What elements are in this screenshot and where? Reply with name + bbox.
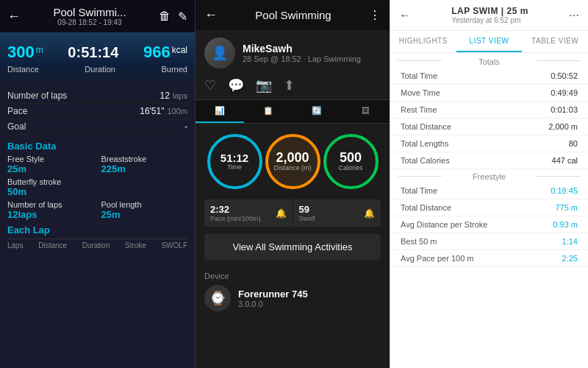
time-label: Time: [227, 163, 242, 171]
basic-item: [101, 177, 188, 197]
detail-row: Number of laps 12laps: [7, 88, 187, 104]
rest-time-row: Rest Time 0:01:03: [390, 102, 588, 118]
distance-sublabel: Distance (m): [273, 164, 311, 172]
user-subtitle: 28 Sep @ 18:52 · Lap Swimming: [243, 54, 361, 63]
detail-row: Goal -: [7, 119, 187, 135]
detail-row: Pace 16'51"100m: [7, 104, 187, 119]
freestyle-total-distance-label: Total Distance: [401, 203, 451, 212]
more-icon[interactable]: ⋯: [569, 10, 579, 21]
panel3-title: LAP SWIM | 25 m: [451, 6, 528, 16]
each-lap-section: Each Lap Laps Distance Duration Stroke S…: [0, 220, 195, 251]
share-icon[interactable]: ⬆: [284, 77, 295, 93]
total-time-row: Total Time 0:50:52: [390, 68, 588, 85]
device-version: 3.0.0.0: [238, 300, 308, 308]
freestyle-avg-distance-label: Avg Distance per Stroke: [401, 220, 487, 229]
freestyle-header: Freestyle: [390, 169, 588, 183]
tab-refresh[interactable]: 🔄: [293, 100, 341, 123]
swolf-value: 59: [299, 204, 315, 215]
move-time-row: Move Time 0:49:49: [390, 85, 588, 102]
total-calories-value: 447 cal: [552, 156, 578, 165]
delete-icon[interactable]: 🗑: [159, 10, 171, 24]
calories-label: Burned: [162, 65, 187, 74]
freestyle-avg-distance-row: Avg Distance per Stroke 0.93 m: [390, 216, 588, 233]
back-icon[interactable]: ←: [399, 9, 411, 22]
distance-circle: 2,000 Distance (m): [265, 134, 320, 189]
panel-pool-swimming-detail: ← Pool Swimmi... 09-28 18:52 - 19:43 🗑 ✎…: [0, 0, 195, 368]
comment-icon[interactable]: 💬: [228, 77, 244, 93]
col-stroke: Stroke: [125, 241, 146, 250]
metrics-circles: 51:12 Time 2,000 Distance (m) 500 Calori…: [196, 124, 390, 199]
panel2-header: ← Pool Swimming ⋮: [196, 0, 390, 30]
time-value: 51:12: [220, 152, 248, 163]
device-icon: ⌚: [204, 285, 231, 311]
basic-item: Breaststroke 225m: [101, 155, 188, 174]
total-distance-row: Total Distance 2,000 m: [390, 118, 588, 135]
more-icon[interactable]: ⋮: [369, 8, 381, 22]
each-lap-title: Each Lap: [7, 224, 187, 236]
totals-header: Totals: [390, 53, 588, 68]
freestyle-avg-distance-value: 0.93 m: [553, 220, 578, 229]
freestyle-total-time-row: Total Time 0:18:45: [390, 183, 588, 199]
duration-value: 0:51:14: [68, 44, 118, 60]
calories-circle-container: 500 Calories: [323, 134, 379, 189]
back-icon[interactable]: ←: [204, 7, 218, 23]
swolf-label: Swolf: [299, 215, 315, 222]
total-lengths-label: Total Lengths: [401, 139, 448, 148]
device-section: Device ⌚ Forerunner 745 3.0.0.0: [196, 267, 390, 316]
basic-item: Pool length 25m: [101, 200, 188, 220]
tab-image[interactable]: 🖼: [341, 100, 390, 123]
freestyle-avg-pace-value: 2:25: [562, 254, 578, 263]
swolf-metric: 59 Swolf 🔔: [293, 199, 381, 227]
detail-value: -: [184, 121, 187, 132]
tab-list-view[interactable]: LIST VIEW: [456, 31, 523, 52]
back-icon[interactable]: ←: [7, 9, 21, 24]
stats-list: Totals Total Time 0:50:52 Move Time 0:49…: [390, 53, 588, 368]
panel1-title: Pool Swimmi...: [53, 6, 126, 18]
move-time-label: Move Time: [401, 88, 440, 97]
calories-value: 500: [340, 151, 362, 164]
total-time-label: Total Time: [401, 71, 437, 80]
pace-value: 2:32: [210, 204, 261, 215]
col-duration: Duration: [82, 241, 110, 250]
total-lengths-row: Total Lengths 80: [390, 135, 588, 152]
view-tabs: HIGHLIGHTS LIST VIEW TABLE VIEW: [390, 31, 588, 53]
view-all-button[interactable]: View All Swimming Activities: [204, 234, 381, 260]
panel-pool-swimming-activity: ← Pool Swimming ⋮ 👤 MikeSawh 28 Sep @ 18…: [195, 0, 390, 368]
edit-icon[interactable]: ✎: [178, 10, 187, 24]
tab-chart[interactable]: 📊: [196, 100, 244, 123]
freestyle-best-50-row: Best 50 m 1:14: [390, 233, 588, 250]
distance-value: 300: [7, 43, 35, 61]
detail-label: Number of laps: [7, 91, 67, 101]
calories-value: 966: [143, 43, 171, 61]
tab-list[interactable]: 📋: [244, 100, 293, 123]
calories-circle: 500 Calories: [323, 134, 379, 189]
detail-label: Pace: [7, 106, 27, 116]
total-distance-value: 2,000 m: [548, 122, 578, 131]
detail-value: 12: [159, 91, 169, 101]
duration-label: Duration: [85, 65, 115, 74]
camera-icon[interactable]: 📷: [256, 77, 272, 93]
distance-unit: m: [36, 45, 43, 55]
tab-table-view[interactable]: TABLE VIEW: [522, 31, 588, 52]
avatar: 👤: [204, 38, 235, 68]
device-section-label: Device: [204, 272, 381, 280]
total-lengths-value: 80: [569, 139, 578, 148]
panel1-details: Number of laps 12laps Pace 16'51"100m Go…: [0, 88, 195, 135]
activity-tabs: 📊 📋 🔄 🖼: [196, 100, 390, 124]
swolf-icon: 🔔: [364, 208, 375, 219]
like-icon[interactable]: ♡: [204, 77, 216, 93]
panel-lap-swim-detail: ← LAP SWIM | 25 m Yesterday at 6:52 pm ⋯…: [390, 0, 588, 368]
pace-swolf-metrics: 2:32 Pace (min/100m) 🔔 59 Swolf 🔔: [204, 199, 381, 227]
device-row: ⌚ Forerunner 745 3.0.0.0: [204, 285, 381, 311]
panel3-subtitle: Yesterday at 6:52 pm: [451, 16, 528, 24]
tab-highlights[interactable]: HIGHLIGHTS: [390, 31, 456, 52]
distance-circle-container: 2,000 Distance (m): [265, 134, 320, 189]
total-calories-label: Total Calories: [401, 156, 450, 165]
each-lap-headers: Laps Distance Duration Stroke SWOLF: [7, 238, 187, 250]
panel3-header: ← LAP SWIM | 25 m Yesterday at 6:52 pm ⋯: [390, 0, 588, 31]
freestyle-total-time-value: 0:18:45: [551, 186, 578, 195]
calories-unit: kcal: [172, 45, 187, 55]
panel1-stats: 300m 0:51:14 966kcal Distance Duration B…: [0, 32, 195, 88]
basic-item: Free Style 25m: [7, 155, 94, 174]
basic-item: Number of laps 12laps: [7, 200, 94, 220]
